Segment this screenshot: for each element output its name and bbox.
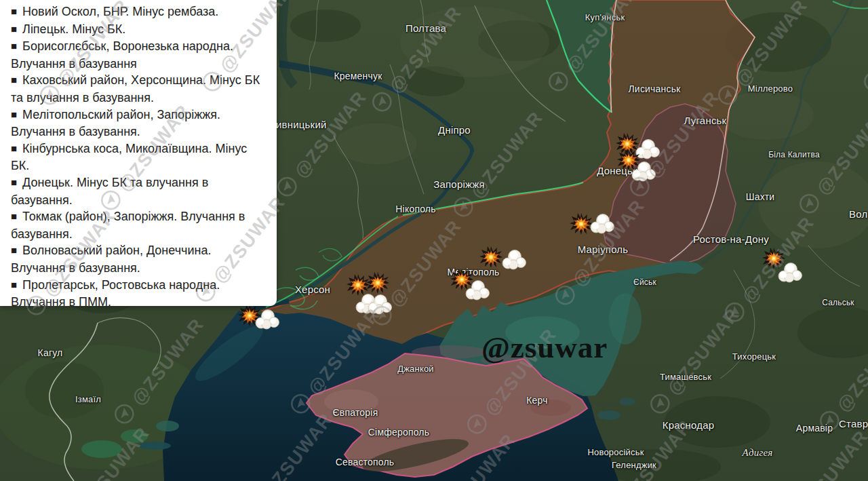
report-item-text: Мелітопольский район, Запоріжжя. Влучанн… [11,108,220,139]
map-label: Новоросійськ [587,447,644,457]
map-label: Армавір [796,423,833,434]
report-item: ■Пролетарськ, Ростовська народна. Влучан… [11,277,266,311]
map-label: Сімферополь [368,427,429,438]
bullet-square-icon: ■ [11,279,17,290]
map-label: Запоріжжя [433,178,485,190]
map-label: Маріуполь [578,244,629,255]
map-label: Сальськ [822,298,854,307]
map-label: Шахти [746,191,775,202]
map-label: Мелітополь [448,267,500,277]
bullet-square-icon: ■ [11,40,17,52]
map-label: Лисичанськ [628,83,680,94]
report-item-text: Кінбурнська коса, Миколаївщина. Мінус БК… [11,142,247,173]
map-label: Краснодар [663,419,714,431]
map-label: Херсон [295,284,330,295]
map-label: Полтава [406,22,446,34]
map-label: Дніпро [438,124,471,136]
bullet-square-icon: ■ [11,210,17,222]
report-item: ■Донецьк. Мінус БК та влучання в базуван… [11,174,266,208]
strike-report-panel: ■Новий Оскол, БНР. Мінус рембаза.■Ліпець… [0,0,277,306]
report-item: ■Новий Оскол, БНР. Мінус рембаза. [11,3,266,21]
report-item: ■Токмак (район), Запоріжжя. Влучання в б… [11,208,266,242]
bullet-square-icon: ■ [11,74,17,85]
map-label: Джанкой [397,364,434,374]
report-item: ■Кінбурнська коса, Миколаївщина. Мінус Б… [11,140,266,174]
report-item-text: Волноваський район, Донеччина. Влучання … [11,244,211,275]
report-item-text: Пролетарськ, Ростовська народна. Влучанн… [11,278,220,309]
map-label: Кременчук [334,71,382,81]
azov-shallows [505,316,580,349]
report-item: ■Мелітопольский район, Запоріжжя. Влучан… [11,107,266,140]
map-label: Тихорецьк [732,351,776,362]
bullet-square-icon: ■ [11,5,17,17]
bullet-square-icon: ■ [11,142,17,154]
map-label: Міллерово [748,83,793,94]
map-label: Тимашевськ [660,372,711,382]
report-item-text: Токмак (район), Запоріжжя. Влучання в ба… [11,210,245,241]
report-item: ■Ліпецьк. Мінус БК. [11,21,266,39]
report-item-text: Донецьк. Мінус БК та влучання в базуванн… [11,176,208,207]
map-label: Геленджик [612,460,656,470]
map-label: Ростов-на-Дону [693,233,769,245]
map-label: Біла Калитва [768,150,820,159]
map-label: Євпаторія [333,407,378,418]
report-item-text: Ліпецьк. Мінус БК. [22,22,125,36]
report-item: ■Каховський район, Херсонщина. Мінус БК … [11,72,266,106]
bullet-square-icon: ■ [11,23,17,35]
report-item: ■Волноваський район, Донеччина. Влучання… [11,242,266,276]
map-label: ивницький [276,119,327,130]
map-label: Куп'янськ [585,12,625,22]
map-label: Єйськ [633,277,656,287]
map-label: Севастополь [336,457,395,467]
map-label: Луганськ [684,115,727,126]
map-label: Донецьк [597,165,637,176]
map-label: Адигея [743,447,773,459]
bullet-square-icon: ■ [11,244,17,256]
report-item: ■Борисоглєбськ, Воронезька народна. Влуч… [11,38,266,72]
report-item-text: Каховський район, Херсонщина. Мінус БК т… [11,73,260,104]
map-label: Нікополь [395,204,435,214]
map-label: Волг [849,208,868,220]
map-label: Ізмаїл [75,394,101,404]
report-item-text: Новий Оскол, БНР. Мінус рембаза. [22,5,218,18]
report-item-text: Борисоглєбськ, Воронезька народна. Влуча… [11,39,233,71]
map-label: Ставро [839,418,868,429]
azov-shallows-2 [609,293,642,345]
bullet-square-icon: ■ [11,176,17,188]
map-label: Кагул [38,347,63,358]
map-label: Керч [526,395,548,406]
bullet-square-icon: ■ [11,109,17,120]
war-map: ПолтаваКуп'янськКременчукЛисичанськМілле… [0,0,868,481]
